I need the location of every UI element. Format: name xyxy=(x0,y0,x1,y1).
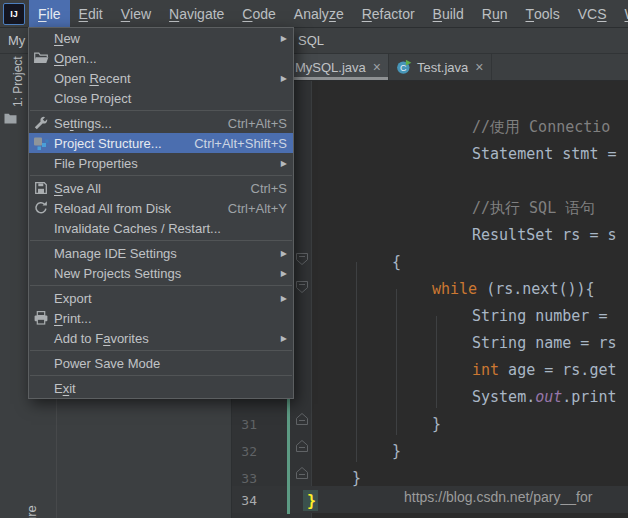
menubar-items: FileEditViewNavigateCodeAnalyzeRefactorB… xyxy=(29,0,628,27)
menu-item-label: Settings... xyxy=(54,116,112,131)
line-number[interactable]: 34 xyxy=(231,493,257,508)
blank-icon xyxy=(33,355,49,371)
line-number[interactable]: 33 xyxy=(231,471,257,486)
menu-item-label: Print... xyxy=(54,311,92,326)
menubar-item-window[interactable]: Window xyxy=(616,0,628,27)
menubar-item-vcs[interactable]: VCS xyxy=(569,0,616,27)
menu-item-file-properties[interactable]: File Properties▶ xyxy=(29,153,293,173)
fold-marker-icon[interactable] xyxy=(295,466,309,480)
code-line[interactable]: { xyxy=(392,253,401,271)
menu-separator xyxy=(30,285,292,286)
menu-item-project-structure[interactable]: Project Structure...Ctrl+Alt+Shift+S xyxy=(29,133,293,153)
menubar-item-navigate[interactable]: Navigate xyxy=(160,0,233,27)
code-line[interactable]: while (rs.next()){ xyxy=(432,280,595,298)
menu-item-settings[interactable]: Settings...Ctrl+Alt+S xyxy=(29,113,293,133)
menu-item-close-project[interactable]: Close Project xyxy=(29,88,293,108)
menu-item-power-save-mode[interactable]: Power Save Mode xyxy=(29,353,293,373)
close-icon[interactable]: × xyxy=(475,60,483,74)
folder-open-icon xyxy=(33,50,49,66)
tab-label: MySQL.java xyxy=(295,60,366,75)
menubar-item-file[interactable]: File xyxy=(29,0,70,27)
tab-label: Test.java xyxy=(417,60,468,75)
code-line[interactable]: ResultSet rs = s xyxy=(472,226,617,244)
menu-item-print[interactable]: Print... xyxy=(29,308,293,328)
code-line[interactable]: String name = rs xyxy=(472,334,617,352)
breadcrumb-project[interactable]: My xyxy=(8,33,25,48)
menu-separator xyxy=(30,175,292,176)
tab-test-java[interactable]: C Test.java × xyxy=(389,54,492,80)
code-line[interactable]: String number = xyxy=(472,307,607,325)
indent-guide xyxy=(396,289,397,435)
code-line[interactable]: int age = rs.get xyxy=(472,361,617,379)
menu-separator xyxy=(30,110,292,111)
line-number[interactable]: 31 xyxy=(231,417,257,432)
menu-item-label: Save All xyxy=(54,181,101,196)
menu-item-invalidate-caches[interactable]: Invalidate Caches / Restart... xyxy=(29,218,293,238)
close-icon[interactable]: × xyxy=(373,60,381,74)
blank-icon xyxy=(33,330,49,346)
menu-item-new[interactable]: New▶ xyxy=(29,28,293,48)
submenu-arrow-icon: ▶ xyxy=(275,74,287,83)
menu-separator xyxy=(30,350,292,351)
submenu-arrow-icon: ▶ xyxy=(275,269,287,278)
menubar: IJ FileEditViewNavigateCodeAnalyzeRefact… xyxy=(0,0,628,28)
menu-item-exit[interactable]: Exit xyxy=(29,378,293,398)
menubar-item-edit[interactable]: Edit xyxy=(70,0,112,27)
fold-marker-icon[interactable] xyxy=(295,252,309,266)
blank-icon xyxy=(33,245,49,261)
menubar-item-analyze[interactable]: Analyze xyxy=(285,0,353,27)
code-line[interactable]: //执行 SQL 语句 xyxy=(472,199,595,217)
intellij-window: My SQL 1: Project ure MySQL.java × C Tes… xyxy=(0,0,628,518)
code-line[interactable]: } xyxy=(352,469,361,487)
tool-button-structure[interactable]: ure xyxy=(24,505,39,518)
menu-item-manage-ide-settings[interactable]: Manage IDE Settings▶ xyxy=(29,243,293,263)
menu-item-reload-all-from-disk[interactable]: Reload All from DiskCtrl+Alt+Y xyxy=(29,198,293,218)
menu-item-open-recent[interactable]: Open Recent▶ xyxy=(29,68,293,88)
line-number[interactable]: 32 xyxy=(231,444,257,459)
blank-icon xyxy=(33,265,49,281)
menu-item-label: Manage IDE Settings xyxy=(54,246,177,261)
menu-item-label: Open Recent xyxy=(54,71,131,86)
menu-item-open[interactable]: Open... xyxy=(29,48,293,68)
menu-item-label: New xyxy=(54,31,80,46)
blank-icon xyxy=(33,290,49,306)
code-line[interactable]: } xyxy=(432,415,441,433)
code-line[interactable]: //使用 Connectio xyxy=(472,118,610,136)
fold-marker-icon[interactable] xyxy=(295,280,309,294)
menu-item-new-projects-settings[interactable]: New Projects Settings▶ xyxy=(29,263,293,283)
code-line[interactable]: Statement stmt = xyxy=(472,145,617,163)
menubar-item-code[interactable]: Code xyxy=(233,0,284,27)
fold-marker-icon[interactable] xyxy=(295,439,309,453)
menu-item-label: New Projects Settings xyxy=(54,266,181,281)
code-line[interactable]: } xyxy=(392,442,401,460)
submenu-arrow-icon: ▶ xyxy=(275,249,287,258)
menubar-item-build[interactable]: Build xyxy=(424,0,473,27)
fold-marker-icon[interactable] xyxy=(295,412,309,426)
menu-item-add-to-favorites[interactable]: Add to Favorites▶ xyxy=(29,328,293,348)
save-icon xyxy=(33,180,49,196)
breadcrumb-package[interactable]: SQL xyxy=(298,33,324,48)
menubar-item-run[interactable]: Run xyxy=(473,0,517,27)
menu-separator xyxy=(30,240,292,241)
reload-icon xyxy=(33,200,49,216)
menubar-item-refactor[interactable]: Refactor xyxy=(353,0,424,27)
menubar-item-tools[interactable]: Tools xyxy=(516,0,568,27)
menu-item-export[interactable]: Export▶ xyxy=(29,288,293,308)
folder-icon xyxy=(4,110,17,128)
code-line[interactable]: System.out.print xyxy=(472,388,617,406)
blank-icon xyxy=(33,30,49,46)
code-line[interactable]: } xyxy=(307,492,316,510)
file-menu-popup: New▶Open...Open Recent▶Close ProjectSett… xyxy=(28,27,294,399)
menubar-item-view[interactable]: View xyxy=(112,0,160,27)
submenu-arrow-icon: ▶ xyxy=(275,34,287,43)
tab-mysql-java[interactable]: MySQL.java × xyxy=(288,54,389,80)
print-icon xyxy=(33,310,49,326)
menu-item-label: Add to Favorites xyxy=(54,331,149,346)
menu-item-label: Reload All from Disk xyxy=(54,201,171,216)
structure-icon xyxy=(33,135,49,151)
tool-button-project[interactable]: 1: Project xyxy=(11,56,25,107)
menu-item-save-all[interactable]: Save AllCtrl+S xyxy=(29,178,293,198)
menu-item-label: File Properties xyxy=(54,156,138,171)
java-class-run-icon: C xyxy=(396,59,412,75)
blank-icon xyxy=(33,70,49,86)
